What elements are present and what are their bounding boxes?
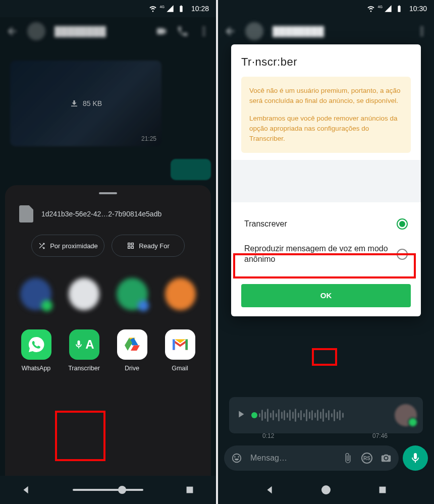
svg-rect-7 (187, 487, 193, 493)
svg-point-1 (203, 30, 205, 32)
emoji-icon[interactable] (231, 453, 242, 464)
signal-icon (384, 5, 392, 13)
gmail-icon (165, 329, 195, 360)
playhead-dot[interactable] (251, 412, 257, 418)
premium-text-1: Você não é um usuário premium, portanto,… (249, 86, 403, 106)
app-whatsapp[interactable]: WhatsApp (15, 329, 57, 372)
app-transcriber[interactable]: A Transcriber (63, 329, 105, 372)
highlight-ok (312, 348, 337, 366)
battery-icon (177, 5, 185, 13)
ad-placeholder (231, 160, 421, 181)
avatar[interactable] (27, 22, 45, 40)
back-icon[interactable] (6, 25, 18, 37)
share-sheet: 1d241b3e-56e2-42…2-7b90814e5adb Por prox… (5, 185, 211, 476)
message-placeholder: Mensag… (250, 454, 334, 463)
transcriber-icon: A (69, 329, 99, 360)
play-button[interactable] (235, 409, 246, 422)
nav-home-icon[interactable] (321, 485, 331, 494)
input-row: Mensag… RS (224, 445, 428, 471)
message-input[interactable]: Mensag… RS (224, 445, 399, 471)
drag-handle[interactable] (99, 192, 117, 194)
ad-placeholder (231, 181, 421, 202)
nav-back-icon[interactable] (21, 484, 32, 495)
chat-header: ████████ (0, 17, 216, 45)
transcriber-dialog: Tr·nscr:ber Você não é um usuário premiu… (231, 44, 421, 316)
svg-rect-6 (131, 246, 133, 248)
more-icon[interactable] (416, 25, 428, 37)
option-label: Transcrever (244, 219, 397, 230)
payment-icon[interactable]: RS (361, 453, 372, 464)
voice-time-total: 07:46 (372, 432, 388, 439)
more-icon[interactable] (198, 25, 210, 37)
chat-title: ████████ (273, 26, 324, 37)
svg-point-2 (203, 34, 205, 36)
chat-header: ████████ (218, 17, 434, 45)
nav-bar (0, 476, 216, 504)
option-transcrever[interactable]: Transcrever (241, 211, 411, 237)
contact-item[interactable] (69, 278, 100, 310)
download-icon (70, 99, 79, 108)
option-reproduzir[interactable]: Reproduzir mensagem de voz em modo anôni… (241, 237, 411, 272)
contact-item[interactable] (165, 278, 196, 310)
svg-point-10 (421, 34, 423, 36)
premium-notice: Você não é um usuário premium, portanto,… (241, 77, 411, 153)
file-row: 1d241b3e-56e2-42…2-7b90814e5adb (10, 205, 206, 235)
ok-button[interactable]: OK (241, 284, 411, 307)
svg-point-0 (203, 27, 205, 29)
svg-rect-11 (379, 487, 386, 493)
ok-label: OK (320, 291, 332, 300)
readyfor-button[interactable]: Ready For (112, 235, 185, 257)
status-time: 10:30 (409, 5, 427, 13)
videocall-icon[interactable] (155, 25, 168, 37)
voice-message[interactable] (229, 397, 423, 433)
network-label: 4G (160, 5, 165, 9)
waveform[interactable] (251, 408, 390, 423)
attach-icon[interactable] (342, 453, 353, 464)
voice-times: 0:12 07:46 (262, 432, 388, 439)
chat-title: ████████ (55, 26, 106, 37)
mic-button[interactable] (403, 445, 428, 471)
proximity-label: Por proximidade (50, 242, 98, 250)
wifi-icon (149, 5, 157, 13)
svg-point-9 (421, 30, 423, 32)
nav-home-slider[interactable] (73, 489, 143, 491)
nav-back-icon[interactable] (264, 484, 276, 495)
status-bar: 4G 10:30 (218, 0, 434, 17)
drive-icon (117, 329, 147, 360)
mic-icon (409, 452, 421, 464)
app-drive[interactable]: Drive (111, 329, 153, 372)
svg-rect-4 (131, 243, 133, 245)
sender-avatar[interactable] (395, 404, 417, 426)
radio-selected-icon[interactable] (397, 218, 408, 230)
image-time: 21:25 (141, 135, 156, 142)
back-icon[interactable] (224, 25, 236, 37)
phone-right: 4G 10:30 ████████ Tr·nscr:ber Você não é… (218, 0, 434, 504)
status-bar: 4G 10:28 (0, 0, 216, 17)
signal-icon (166, 5, 174, 13)
nav-bar (218, 476, 434, 504)
radio-unselected-icon[interactable] (397, 249, 408, 260)
whatsapp-icon (21, 329, 51, 360)
image-size: 85 KB (83, 99, 102, 107)
avatar[interactable] (245, 22, 263, 40)
camera-icon[interactable] (381, 453, 392, 464)
dialog-title: Tr·nscr:ber (241, 55, 411, 69)
image-download-overlay[interactable]: 85 KB (10, 61, 161, 146)
voice-time-current: 0:12 (262, 432, 274, 439)
app-gmail[interactable]: Gmail (159, 329, 201, 372)
file-icon (19, 205, 33, 222)
contact-item[interactable] (20, 278, 51, 310)
phone-left: 4G 10:28 ████████ 85 KB 21:25 1d241b3e-5… (0, 0, 216, 504)
grid-icon (127, 242, 135, 250)
nav-recent-icon[interactable] (377, 484, 388, 495)
call-icon[interactable] (177, 25, 189, 37)
proximity-button[interactable]: Por proximidade (31, 235, 104, 257)
contact-item[interactable] (117, 278, 148, 310)
nav-recent-icon[interactable] (184, 484, 195, 495)
option-label: Reproduzir mensagem de voz em modo anôni… (244, 244, 397, 265)
shuffle-icon (38, 242, 46, 250)
sent-message[interactable] (171, 159, 211, 180)
battery-icon (395, 5, 403, 13)
svg-rect-5 (128, 246, 130, 248)
file-name: 1d241b3e-56e2-42…2-7b90814e5adb (41, 210, 161, 218)
